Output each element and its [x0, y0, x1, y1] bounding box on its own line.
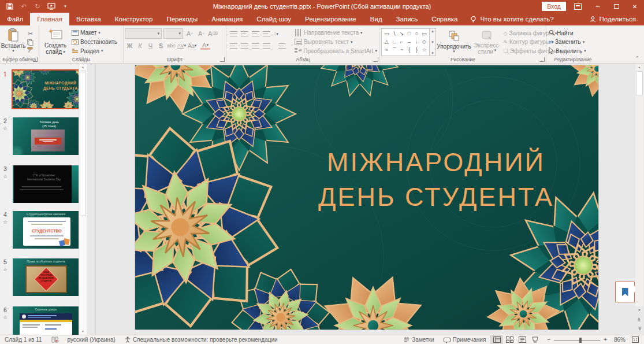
strikethrough-button[interactable]: abc	[166, 41, 176, 50]
restore-button[interactable]	[607, 0, 626, 13]
tab-transitions[interactable]: Переходы	[159, 13, 204, 25]
decrease-indent-icon[interactable]	[252, 31, 259, 37]
arrange-button[interactable]: Упорядочить ▾	[436, 27, 472, 56]
tab-slideshow[interactable]: Слайд-шоу	[250, 13, 298, 25]
align-left-icon[interactable]	[230, 43, 237, 49]
shapes-gallery[interactable]: ▭∖↘□○▭ △∟⌐→↓◇ ≈⌒~{}☆	[381, 28, 430, 56]
increase-indent-icon[interactable]	[263, 31, 270, 37]
normal-view-button[interactable]	[490, 335, 503, 344]
layout-button[interactable]: Макет▾	[70, 28, 118, 38]
replace-button[interactable]: ab Заменить▾	[548, 38, 587, 46]
select-button[interactable]: Выделить▾	[548, 47, 587, 56]
notes-toggle[interactable]: Заметки	[399, 335, 438, 344]
slide-sorter-view-button[interactable]	[503, 335, 516, 344]
format-painter-icon[interactable]	[25, 47, 35, 53]
text-shadow-button[interactable]: S	[156, 41, 166, 50]
grow-font-button[interactable]: А˄	[185, 29, 195, 38]
change-case-button[interactable]: Aa▾	[187, 41, 197, 50]
animation-star-icon[interactable]: ☆	[3, 315, 8, 320]
tab-animations[interactable]: Анимация	[204, 13, 250, 25]
find-button[interactable]: Найти	[548, 29, 587, 38]
scroll-up-icon[interactable]: ▲	[635, 64, 643, 71]
language-indicator[interactable]: русский (Украина)	[63, 335, 120, 344]
slideshow-view-button[interactable]	[528, 335, 541, 344]
thumbnail-slide-4[interactable]: Студентоцентричне навчання СТУДЕНТСТВО	[13, 211, 79, 249]
drawing-dialog-launcher[interactable]	[540, 57, 545, 62]
thumbnail-slide-2[interactable]: Тетянин день (25 січня)	[13, 117, 79, 155]
tab-insert[interactable]: Вставка	[69, 13, 108, 25]
bold-button[interactable]: Ж	[125, 41, 135, 50]
reset-button[interactable]: Восстановить	[70, 38, 118, 47]
share-button[interactable]: Поделиться	[582, 13, 644, 25]
thumbnail-slide-5[interactable]: Права та обов'язки студентів ЗНАЙ СВОЇ П…	[13, 258, 79, 296]
scroll-down-button[interactable]: ▼	[635, 306, 643, 313]
shrink-font-button[interactable]: А˅	[196, 29, 206, 38]
save-icon[interactable]	[6, 2, 14, 10]
previous-slide-button[interactable]: ≪	[636, 316, 643, 324]
fit-to-window-button[interactable]	[629, 335, 642, 344]
font-size-combo[interactable]: ▾	[163, 28, 183, 39]
zoom-in-button[interactable]: +	[602, 335, 611, 344]
undo-icon[interactable]: ↶	[20, 2, 28, 10]
tab-review[interactable]: Рецензирование	[298, 13, 363, 25]
columns-icon[interactable]	[278, 43, 286, 49]
editor-scroll-thumb[interactable]	[636, 71, 643, 95]
tab-home[interactable]: Главная	[30, 13, 69, 25]
tab-design[interactable]: Конструктор	[108, 13, 160, 25]
paragraph-dialog-launcher[interactable]	[374, 57, 378, 62]
font-color-button[interactable]: А▾	[200, 42, 210, 50]
character-spacing-button[interactable]: AV▾	[177, 41, 187, 50]
tell-me-box[interactable]: Что вы хотите сделать?	[464, 13, 559, 25]
tab-view[interactable]: Вид	[363, 13, 389, 25]
font-name-combo[interactable]: ▾	[125, 28, 162, 39]
zoom-out-button[interactable]: −	[541, 335, 552, 344]
tab-record[interactable]: Запись	[389, 13, 425, 25]
start-slideshow-icon[interactable]	[47, 2, 55, 10]
quick-styles-button[interactable]: Экспресс- стили▾	[472, 27, 502, 56]
new-slide-button[interactable]: Создать слайд▾	[40, 27, 70, 56]
animation-star-icon[interactable]: ☆	[3, 173, 8, 179]
minimize-button[interactable]: ─	[589, 0, 607, 13]
text-direction-button[interactable]: Направление текста▾	[293, 28, 378, 38]
paste-button[interactable]: Вставить ▾	[1, 27, 25, 56]
customize-qat-icon[interactable]: ▾	[61, 2, 69, 10]
thumbnail-slide-1[interactable]: МІЖНАРОДНИЙ ДЕНЬ СТУДЕНТА	[13, 71, 79, 108]
collapse-ribbon-icon[interactable]: ⌃	[635, 56, 639, 61]
numbering-icon[interactable]	[241, 31, 248, 37]
slide-title-text[interactable]: МІЖНАРОДНИЙ ДЕНЬ СТУДЕНТА	[306, 145, 566, 214]
clipboard-dialog-launcher[interactable]	[33, 57, 38, 62]
thumbnail-slide-6[interactable]: Скринька довіри	[13, 306, 79, 335]
close-button[interactable]: ✕	[626, 0, 644, 13]
spellcheck-icon[interactable]	[47, 335, 63, 344]
thumbnail-slide-3[interactable]: 17th of November International Students …	[13, 165, 79, 203]
animation-star-icon[interactable]: ☆	[3, 125, 8, 131]
comments-toggle[interactable]: Примечания	[439, 335, 491, 344]
thumbnail-scroll-thumb[interactable]	[80, 71, 86, 216]
convert-smartart-button[interactable]: Преобразовать в SmartArt▾	[293, 46, 378, 56]
tab-file[interactable]: Файл	[0, 13, 30, 25]
align-right-icon[interactable]	[252, 43, 259, 49]
animation-star-icon[interactable]: ☆	[3, 267, 8, 272]
bookmark-callout[interactable]	[615, 282, 635, 302]
section-button[interactable]: Раздел▾	[70, 46, 118, 56]
line-spacing-icon[interactable]: ↕▾	[274, 31, 278, 36]
zoom-slider-knob[interactable]	[579, 338, 582, 343]
scroll-up-icon[interactable]: ▲	[79, 64, 87, 71]
align-text-button[interactable]: Выровнять текст▾	[293, 38, 378, 47]
copy-icon[interactable]	[25, 39, 35, 46]
clear-formatting-button[interactable]: А⌫	[208, 29, 218, 38]
align-center-icon[interactable]	[241, 43, 248, 49]
ribbon-display-options-icon[interactable]	[574, 3, 582, 10]
zoom-slider[interactable]	[554, 335, 600, 344]
next-slide-button[interactable]: ≪	[636, 324, 643, 332]
editor-scrollbar[interactable]: ▲	[635, 64, 643, 306]
slide-counter[interactable]: Слайд 1 из 11	[0, 335, 47, 344]
animation-star-icon[interactable]: ☆	[3, 219, 8, 225]
italic-button[interactable]: К	[135, 41, 145, 50]
sign-in-button[interactable]: Вход	[542, 2, 566, 11]
zoom-level[interactable]: 86%	[611, 335, 629, 344]
justify-icon[interactable]	[263, 43, 270, 49]
slide-canvas[interactable]: МІЖНАРОДНИЙ ДЕНЬ СТУДЕНТА	[135, 65, 598, 330]
scroll-down-icon[interactable]: ▼	[79, 328, 87, 335]
thumbnail-scrollbar[interactable]: ▲ ▼	[79, 64, 87, 335]
